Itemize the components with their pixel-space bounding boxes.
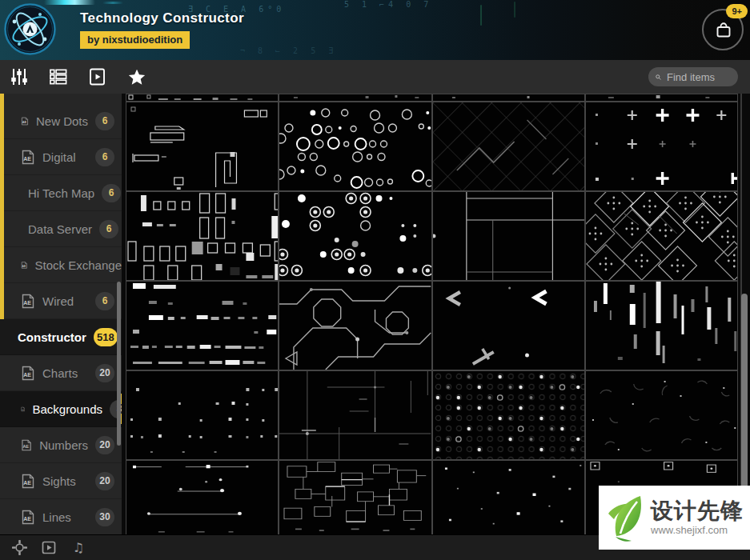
sidebar-item-charts[interactable]: AE Charts 20 <box>0 355 122 391</box>
sidebar-item-label: Sights <box>42 474 76 488</box>
svg-text:AE: AE <box>22 264 26 267</box>
sidebar-item-label: Numbers <box>39 438 88 452</box>
sidebar-item-digital[interactable]: AE Digital 6 <box>0 139 122 175</box>
sidebar-list: AE New Dots 6 AE Digital 6 AE Hi Tech Ma… <box>0 103 122 534</box>
sidebar-group-accent <box>0 94 4 319</box>
sidebar-item-numbers[interactable]: AE Numbers 20 <box>0 427 122 463</box>
ae-file-icon: AE <box>21 474 35 489</box>
shejixf-watermark: 设计先锋 www.shejixf.com <box>599 486 750 550</box>
sidebar-item-label: Digital <box>42 150 76 164</box>
svg-text:AE: AE <box>23 444 30 449</box>
ae-file-icon: AE <box>21 294 35 309</box>
sidebar-item-lines[interactable]: AE Lines 30 <box>0 499 122 534</box>
grid-tile-r4c1-specks[interactable] <box>126 371 278 459</box>
music-note-icon[interactable]: ♫ <box>70 540 86 556</box>
ae-file-icon: AE <box>21 402 25 417</box>
grid-tile-r4c4-arcs[interactable] <box>586 371 737 459</box>
shejixf-leaf-logo <box>605 493 647 542</box>
search-box[interactable] <box>648 67 738 86</box>
ae-file-icon: AE <box>21 258 28 273</box>
byline-badge: by nixstudioedition <box>80 31 190 49</box>
favorites-star-icon[interactable] <box>127 67 146 86</box>
motion-control-icon[interactable] <box>11 540 27 556</box>
sidebar-item-constructor[interactable]: Constructor 518 <box>0 319 122 355</box>
ae-file-icon: AE <box>21 438 32 453</box>
search-input[interactable] <box>665 70 731 84</box>
cart-button[interactable]: 9+ <box>702 9 744 50</box>
sidebar-item-label: Hi Tech Map <box>28 186 94 200</box>
svg-text:AE: AE <box>22 408 25 410</box>
filter-sliders-icon[interactable] <box>10 67 29 86</box>
svg-text:AE: AE <box>22 119 27 123</box>
sidebar-item-backgrounds[interactable]: AE Backgrounds 3 <box>0 391 122 427</box>
grid-tile-r5c2-squaremaze[interactable] <box>279 461 431 534</box>
sidebar-item-label: Lines <box>42 510 71 524</box>
item-count-badge: 20 <box>95 436 114 454</box>
item-count-badge: 6 <box>95 148 114 166</box>
grid-tile-r3c1-glitchdashes[interactable] <box>126 282 278 370</box>
header-bg-glyphs: ¬ 8 ⌙ 2 5 Ǝ <box>240 46 337 55</box>
search-icon <box>656 72 661 82</box>
cart-count-badge: 9+ <box>726 4 748 18</box>
item-count-badge: 6 <box>102 184 121 202</box>
grid-tile-r2c4-diamonds[interactable] <box>586 192 737 280</box>
sidebar-item-sights[interactable]: AE Sights 20 <box>0 463 122 499</box>
sidebar-item-label: Backgrounds <box>32 402 102 416</box>
video-file-icon[interactable] <box>88 67 107 86</box>
app-title: Technology Constructor <box>80 10 244 26</box>
grid-tile-sliver-3[interactable] <box>433 94 584 101</box>
grid-tile-r4c2-blueprint[interactable] <box>279 371 431 459</box>
grid-tile-r2c3-rectlines[interactable] <box>433 192 584 280</box>
item-count-badge: 20 <box>95 364 114 382</box>
grid-tile-sliver-2[interactable] <box>279 94 431 101</box>
app-header: Ǝ C E.A 6°0 5 1 ⌐4 0 7 ¬ 8 ⌙ 2 5 Ǝ Techn… <box>0 0 750 60</box>
svg-text:AE: AE <box>23 300 31 306</box>
watermark-url: www.shejixf.com <box>651 524 744 536</box>
video-preview-icon[interactable] <box>41 540 57 556</box>
sidebar-item-label: Data Server <box>28 222 92 236</box>
item-count-badge: 20 <box>95 472 114 490</box>
grid-tile-sliver-1[interactable] <box>126 94 278 101</box>
sidebar-item-data-server[interactable]: AE Data Server 6 <box>0 211 122 247</box>
item-count-badge: 6 <box>95 112 114 130</box>
sidebar-item-new-dots[interactable]: AE New Dots 6 <box>0 103 122 139</box>
grid-tile-r3c4-glitchbars[interactable] <box>586 282 737 370</box>
grid-tile-r2c1-rectangles[interactable] <box>126 192 278 280</box>
item-count-badge: 6 <box>99 220 118 238</box>
grid-tile-r5c1-linesdots[interactable] <box>126 461 278 534</box>
sidebar-item-label: Constructor <box>18 330 86 344</box>
shopping-bag-icon <box>714 21 733 40</box>
grid-tile-r1c2-circles[interactable] <box>279 102 431 190</box>
ae-file-icon: AE <box>21 510 35 525</box>
grid-tile-r3c3-chevrons[interactable] <box>433 282 584 370</box>
sidebar-item-label: Stock Exchange <box>35 258 122 272</box>
grid-tile-r3c2-circuit[interactable] <box>279 282 431 370</box>
ae-file-icon: AE <box>21 366 35 381</box>
svg-text:AE: AE <box>23 516 31 522</box>
grid-tile-r4c3-halftone[interactable] <box>433 371 584 459</box>
grid-tile-r2c2-ringdots[interactable] <box>279 192 431 280</box>
header-light-streak <box>514 2 515 18</box>
ae-file-icon: AE <box>21 150 35 165</box>
ae-file-icon: AE <box>21 114 29 129</box>
svg-text:AE: AE <box>23 480 31 486</box>
grid-tile-sliver-4[interactable] <box>586 94 737 101</box>
sidebar-scrollbar-thumb[interactable] <box>117 282 121 446</box>
header-light-streak <box>480 5 482 26</box>
item-count-badge: 6 <box>95 292 114 310</box>
sidebar-item-hi-tech-map[interactable]: AE Hi Tech Map 6 <box>0 175 122 211</box>
svg-text:AE: AE <box>23 156 31 162</box>
item-count-badge: 30 <box>95 508 114 526</box>
grid-tile-r1c1-schematic[interactable] <box>126 102 278 190</box>
sidebar-item-wired[interactable]: AE Wired 6 <box>0 283 122 319</box>
grid-tile-r1c3-maze[interactable] <box>433 102 584 190</box>
watermark-title: 设计先锋 <box>651 499 744 522</box>
sidebar-item-stock-exchange[interactable]: AE Stock Exchange <box>0 247 122 283</box>
sidebar-item-label: Wired <box>42 294 74 308</box>
grid-tile-r5c3-stardots[interactable] <box>433 461 584 534</box>
header-light-streak <box>102 2 123 4</box>
grid-tile-r1c4-crosses[interactable] <box>586 102 737 190</box>
sidebar: AE New Dots 6 AE Digital 6 AE Hi Tech Ma… <box>0 94 122 534</box>
toolbar <box>0 60 750 94</box>
layers-list-icon[interactable] <box>49 67 68 86</box>
